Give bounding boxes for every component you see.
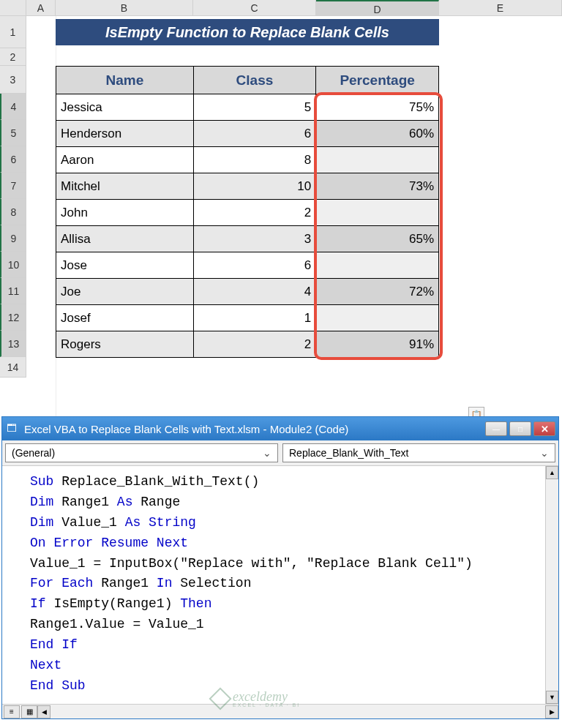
scroll-down-button[interactable]: ▼	[546, 691, 558, 704]
row-header-7[interactable]: 7	[0, 173, 26, 199]
table-row: Aaron8	[56, 147, 439, 173]
cell-pct[interactable]: 60%	[316, 121, 439, 147]
cell-pct[interactable]: 75%	[316, 94, 439, 121]
cell-class[interactable]: 4	[193, 279, 316, 305]
row-headers: 1 2 3 4 5 6 7 8 9 10 11 12 13 14	[0, 16, 26, 378]
row-header-9[interactable]: 9	[0, 225, 26, 252]
row-header-10[interactable]: 10	[0, 252, 26, 278]
cell-pct[interactable]	[316, 147, 439, 173]
header-percentage[interactable]: Percentage	[316, 67, 439, 94]
cell-class[interactable]: 2	[193, 331, 316, 358]
vba-module-icon: 🗔	[7, 422, 20, 435]
table-row: John2	[56, 200, 439, 226]
cell-pct[interactable]: 73%	[316, 173, 439, 200]
cell-pct[interactable]	[316, 305, 439, 331]
title-banner: IsEmpty Function to Replace Blank Cells	[56, 19, 439, 45]
header-class[interactable]: Class	[193, 67, 316, 94]
scroll-left-button[interactable]: ◀	[37, 705, 50, 718]
row-header-1[interactable]: 1	[0, 16, 26, 48]
column-headers-row: A B C D E	[0, 0, 562, 16]
table-row: Henderson660%	[56, 121, 439, 147]
table-row: Allisa365%	[56, 226, 439, 252]
cells-area[interactable]: IsEmpty Function to Replace Blank Cells …	[26, 16, 562, 378]
cell-class[interactable]: 2	[193, 200, 316, 226]
row-header-3[interactable]: 3	[0, 66, 26, 94]
row-header-4[interactable]: 4	[0, 94, 26, 120]
row-header-6[interactable]: 6	[0, 146, 26, 173]
scroll-up-button[interactable]: ▲	[546, 466, 558, 479]
cell-pct[interactable]: 91%	[316, 331, 439, 358]
table-row: Jessica575%	[56, 94, 439, 121]
col-header-A[interactable]: A	[26, 0, 56, 15]
cell-name[interactable]: Jessica	[56, 94, 194, 121]
close-button[interactable]: ✕	[533, 421, 555, 436]
cell-pct[interactable]	[316, 252, 439, 279]
cell-class[interactable]: 10	[193, 173, 316, 200]
cell-pct[interactable]	[316, 200, 439, 226]
cell-class[interactable]: 6	[193, 252, 316, 279]
cell-name[interactable]: Josef	[56, 305, 194, 331]
procedure-dropdown[interactable]: Replace_Blank_With_Text	[282, 443, 555, 462]
procedure-view-button[interactable]: ≡	[4, 705, 20, 718]
row-header-11[interactable]: 11	[0, 278, 26, 304]
object-dropdown[interactable]: (General)	[5, 443, 278, 462]
vertical-scrollbar[interactable]: ▲ ▼	[545, 466, 558, 704]
code-editor[interactable]: Sub Replace_Blank_With_Text() Dim Range1…	[2, 466, 545, 704]
cell-class[interactable]: 6	[193, 121, 316, 147]
full-module-view-button[interactable]: ▦	[21, 705, 37, 718]
table-row: Joe472%	[56, 279, 439, 305]
vba-editor-window: 🗔 Excel VBA to Replace Blank Cells with …	[1, 416, 559, 719]
vba-titlebar[interactable]: 🗔 Excel VBA to Replace Blank Cells with …	[2, 417, 558, 440]
row-header-12[interactable]: 12	[0, 304, 26, 331]
minimize-button[interactable]: —	[485, 421, 507, 436]
vba-bottom-bar: ≡ ▦ ◀ ▶	[2, 704, 558, 718]
cell-name[interactable]: Mitchel	[56, 173, 194, 200]
object-dropdown-value: (General)	[12, 447, 55, 459]
row-header-8[interactable]: 8	[0, 199, 26, 225]
table-row: Mitchel1073%	[56, 173, 439, 200]
scroll-track[interactable]	[546, 479, 558, 691]
row-header-13[interactable]: 13	[0, 331, 26, 357]
cell-class[interactable]: 1	[193, 305, 316, 331]
table-row: Rogers291%	[56, 331, 439, 358]
col-header-C[interactable]: C	[193, 0, 316, 15]
row-header-5[interactable]: 5	[0, 120, 26, 146]
cell-class[interactable]: 8	[193, 147, 316, 173]
col-header-E[interactable]: E	[439, 0, 562, 15]
procedure-dropdown-value: Replace_Blank_With_Text	[289, 447, 408, 459]
row-header-14[interactable]: 14	[0, 357, 26, 378]
row-header-2[interactable]: 2	[0, 48, 26, 66]
excel-grid: A B C D E 1 2 3 4 5 6 7 8 9 10 11 12 13 …	[0, 0, 562, 417]
cell-name[interactable]: Jose	[56, 252, 194, 279]
col-header-B[interactable]: B	[56, 0, 193, 15]
cell-class[interactable]: 3	[193, 226, 316, 252]
table-row: Josef1	[56, 305, 439, 331]
cell-name[interactable]: Rogers	[56, 331, 194, 358]
cell-pct[interactable]: 72%	[316, 279, 439, 305]
cell-name[interactable]: John	[56, 200, 194, 226]
table-row: Jose6	[56, 252, 439, 279]
cell-name[interactable]: Henderson	[56, 121, 194, 147]
data-table: Name Class Percentage Jessica575% Hender…	[56, 66, 439, 358]
cell-pct[interactable]: 65%	[316, 226, 439, 252]
select-all-corner[interactable]	[0, 0, 26, 15]
cell-name[interactable]: Aaron	[56, 147, 194, 173]
cell-name[interactable]: Joe	[56, 279, 194, 305]
header-name[interactable]: Name	[56, 67, 194, 94]
scroll-right-button[interactable]: ▶	[545, 705, 558, 718]
cell-class[interactable]: 5	[193, 94, 316, 121]
cell-name[interactable]: Allisa	[56, 226, 194, 252]
vba-window-title: Excel VBA to Replace Blank Cells with Te…	[24, 423, 485, 435]
col-header-D[interactable]: D	[316, 0, 439, 15]
maximize-button[interactable]: □	[509, 421, 531, 436]
